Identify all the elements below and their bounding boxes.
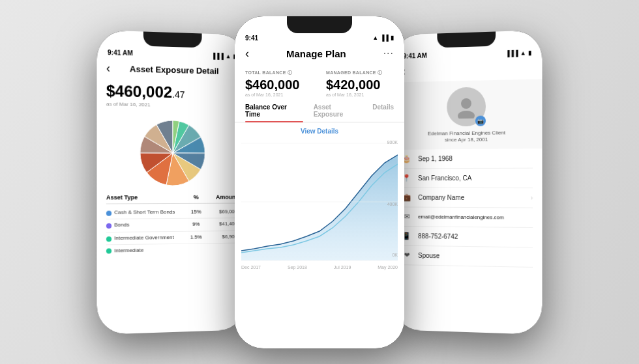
profile-row-birthday: 🎂 Sep 1, 1968 <box>402 148 533 169</box>
asset-table: Asset Type % Amount Cash & Short Term Bo… <box>97 193 246 245</box>
row-amt-3: $6,900 <box>205 233 237 240</box>
row-label-1: Cash & Short Term Bonds <box>114 208 186 216</box>
col-amt-header: Amount <box>205 193 237 200</box>
x-label-1: Sep 2018 <box>288 265 307 270</box>
time-right: 9:41 AM <box>403 51 427 59</box>
camera-badge[interactable]: 📷 <box>475 115 486 126</box>
x-label-2: Jul 2019 <box>334 265 351 270</box>
col-pct-header: % <box>186 193 206 200</box>
company-text: Company Name <box>418 193 524 201</box>
table-row: Intermediate Government 1.5% $6,900 <box>106 231 237 245</box>
profile-rows: 🎂 Sep 1, 1968 📍 San Francisco, CA 💼 Comp… <box>393 148 542 267</box>
row-pct-3: 1.5% <box>186 234 206 240</box>
chart-y-800k: 800K <box>387 140 398 145</box>
avatar: 📷 <box>447 87 486 126</box>
managed-balance-card: MANAGED BALANCE ⓘ $420,000 as of Mar 16,… <box>326 70 394 97</box>
svg-point-3 <box>461 98 471 108</box>
page-title-left: Asset Exposure Detail <box>110 63 237 76</box>
total-balance-date: as of Mar 16, 2021 <box>245 92 313 97</box>
left-phone-screen: 9:41 AM ▐▐▐ ▲ ▮ ‹ Asset Exposure Detail … <box>97 30 246 335</box>
intermediate-row: Intermediate <box>97 243 246 253</box>
row-dot-3 <box>106 236 111 241</box>
total-balance-amount: $460,000 <box>245 77 313 92</box>
managed-balance-label: MANAGED BALANCE ⓘ <box>326 70 394 76</box>
wifi-icon-center: ▲ <box>372 35 378 41</box>
row-label-2: Bonds <box>114 221 186 229</box>
pie-chart-container <box>97 111 246 194</box>
profile-row-company[interactable]: 💼 Company Name › <box>402 188 533 208</box>
notch-right <box>437 31 496 48</box>
avatar-person-icon <box>454 94 478 119</box>
profile-row-location: 📍 San Francisco, CA <box>402 168 533 188</box>
row-dot-1 <box>106 210 111 216</box>
signal-icon-right: ▐▐▐ <box>505 49 518 57</box>
chart-y-400k: 400K <box>387 202 398 206</box>
center-screen-content: ‹ Manage Plan ··· TOTAL BALANCE ⓘ $460,0… <box>235 44 404 344</box>
more-options-button[interactable]: ··· <box>383 48 394 59</box>
managed-balance-date: as of Mar 16, 2021 <box>326 92 394 97</box>
profile-subtitle: Edelman Financial Engines Client since A… <box>428 130 505 144</box>
battery-icon-center: ▮ <box>391 35 394 41</box>
row-pct-1: 15% <box>186 208 206 214</box>
row-amt-1: $69,000 <box>205 208 237 214</box>
right-phone-screen: 9:41 AM ▐▐▐ ▲ ▮ ‹ <box>393 30 542 335</box>
signal-icon: ▐▐▐ <box>211 52 224 59</box>
time-center: 9:41 <box>245 35 258 42</box>
manage-nav: ‹ Manage Plan ··· <box>235 44 404 64</box>
avatar-section: 📷 Edelman Financial Engines Client since… <box>393 79 542 149</box>
chart-area: 800K 400K 0K <box>235 140 404 264</box>
tab-asset-exposure[interactable]: Asset Exposure <box>314 104 363 122</box>
nav-bar-right: ‹ <box>393 58 542 82</box>
spouse-text: Spouse <box>418 251 533 260</box>
battery-icon-right: ▮ <box>528 49 531 55</box>
scene: 9:41 AM ▐▐▐ ▲ ▮ ‹ Asset Exposure Detail … <box>0 0 639 364</box>
wifi-icon: ▲ <box>226 52 231 59</box>
status-icons-right: ▐▐▐ ▲ ▮ <box>505 49 531 56</box>
signal-icon-center: ▐▐ <box>380 35 389 41</box>
nav-bar-left: ‹ Asset Exposure Detail <box>97 58 246 82</box>
x-label-3: May 2020 <box>378 265 398 270</box>
phone-text: 888-752-6742 <box>418 232 533 240</box>
profile-row-email: ✉ email@edelmanfinancialengines.com <box>402 207 533 228</box>
intermediate-label: Intermediate <box>114 247 143 253</box>
status-icons-left: ▐▐▐ ▲ ▮ <box>211 52 236 59</box>
row-amt-2: $41,400 <box>205 221 237 227</box>
time-left: 9:41 AM <box>108 49 133 57</box>
location-text: San Francisco, CA <box>418 174 533 181</box>
balance-amount-left: $460,002 <box>106 81 172 101</box>
table-row: Cash & Short Term Bonds 15% $69,000 <box>106 206 237 219</box>
balance-chart <box>241 140 398 264</box>
left-phone: 9:41 AM ▐▐▐ ▲ ▮ ‹ Asset Exposure Detail … <box>97 30 246 335</box>
right-phone: 9:41 AM ▐▐▐ ▲ ▮ ‹ <box>393 30 542 335</box>
view-details-link[interactable]: View Details <box>235 122 404 140</box>
row-dot-2 <box>106 223 111 229</box>
chevron-right-icon: › <box>531 194 533 201</box>
row-label-3: Intermediate Government <box>114 234 186 242</box>
balance-cents: .47 <box>172 89 185 99</box>
pie-chart <box>134 117 212 189</box>
x-label-0: Dec 2017 <box>241 265 261 270</box>
notch-left <box>143 31 202 48</box>
birthday-text: Sep 1, 1968 <box>418 154 533 162</box>
chart-area-fill <box>241 155 398 260</box>
balance-cards: TOTAL BALANCE ⓘ $460,000 as of Mar 16, 2… <box>235 64 404 104</box>
manage-title: Manage Plan <box>249 48 383 59</box>
table-row: Bonds 9% $41,400 <box>106 218 237 232</box>
left-screen-content: ‹ Asset Exposure Detail $460,002 .47 as … <box>97 58 246 329</box>
table-header: Asset Type % Amount <box>106 193 237 204</box>
tabs-row: Balance Over Time Asset Exposure Details <box>235 104 404 122</box>
tab-balance-over-time[interactable]: Balance Over Time <box>245 104 303 122</box>
managed-balance-amount: $420,000 <box>326 77 394 92</box>
total-balance-card: TOTAL BALANCE ⓘ $460,000 as of Mar 16, 2… <box>245 70 313 97</box>
intermediate-dot <box>106 248 111 253</box>
status-icons-center: ▲ ▐▐ ▮ <box>372 35 394 41</box>
svg-point-4 <box>458 110 475 118</box>
tab-details[interactable]: Details <box>372 104 394 122</box>
row-pct-2: 9% <box>186 221 206 227</box>
center-phone-screen: 9:41 ▲ ▐▐ ▮ ‹ Manage Plan ··· <box>235 16 404 348</box>
total-balance-label: TOTAL BALANCE ⓘ <box>245 70 313 76</box>
email-text: email@edelmanfinancialengines.com <box>418 214 533 220</box>
chart-x-labels: Dec 2017 Sep 2018 Jul 2019 May 2020 <box>235 264 404 271</box>
chart-y-0k: 0K <box>392 253 398 257</box>
profile-row-spouse: ❤ Spouse <box>402 245 533 267</box>
